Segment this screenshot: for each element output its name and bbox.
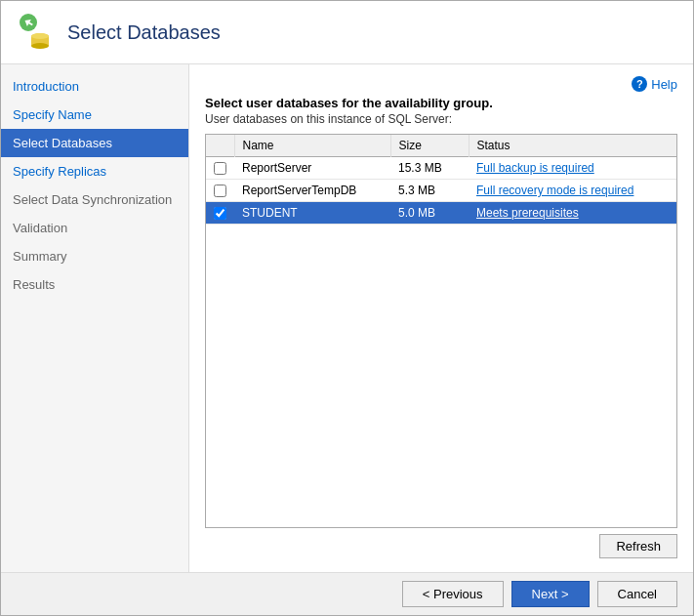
- db-status-1[interactable]: Full recovery mode is required: [469, 180, 676, 202]
- db-status-link-0[interactable]: Full backup is required: [476, 161, 594, 175]
- db-size-0: 15.3 MB: [390, 157, 469, 180]
- next-button[interactable]: Next >: [511, 581, 590, 607]
- main-header: ? Help: [189, 64, 693, 96]
- section-title: Select user databases for the availabili…: [189, 96, 693, 110]
- db-checkbox-1[interactable]: [214, 185, 226, 197]
- help-icon: ?: [632, 76, 647, 92]
- svg-point-3: [31, 43, 49, 49]
- table-row[interactable]: ReportServer15.3 MBFull backup is requir…: [206, 157, 676, 180]
- db-name-2: STUDENT: [234, 202, 390, 225]
- sidebar-item-specify-name[interactable]: Specify Name: [1, 101, 188, 129]
- refresh-button[interactable]: Refresh: [599, 534, 677, 558]
- db-status-2[interactable]: Meets prerequisites: [469, 202, 676, 225]
- wizard-header-icon: [17, 13, 56, 52]
- footer: < Previous Next > Cancel: [1, 572, 693, 615]
- db-status-link-2[interactable]: Meets prerequisites: [476, 206, 579, 220]
- table-header-row: Name Size Status: [206, 135, 676, 157]
- database-table-container: Name Size Status ReportServer15.3 MBFull…: [205, 134, 677, 528]
- cancel-button[interactable]: Cancel: [597, 581, 677, 607]
- col-check: [206, 135, 234, 157]
- col-size: Size: [390, 135, 469, 157]
- database-table: Name Size Status ReportServer15.3 MBFull…: [206, 135, 676, 225]
- table-row[interactable]: ReportServerTempDB5.3 MBFull recovery mo…: [206, 180, 676, 202]
- sidebar: IntroductionSpecify NameSelect Databases…: [1, 64, 189, 572]
- previous-button[interactable]: < Previous: [402, 581, 504, 607]
- db-status-link-1[interactable]: Full recovery mode is required: [476, 184, 633, 197]
- col-name: Name: [234, 135, 390, 157]
- refresh-row: Refresh: [189, 528, 693, 564]
- db-size-2: 5.0 MB: [390, 202, 469, 225]
- content-area: IntroductionSpecify NameSelect Databases…: [1, 64, 693, 572]
- section-subtitle: User databases on this instance of SQL S…: [189, 112, 693, 126]
- db-status-0[interactable]: Full backup is required: [469, 157, 676, 180]
- db-name-0: ReportServer: [234, 157, 390, 180]
- wizard-window: Select Databases IntroductionSpecify Nam…: [0, 0, 694, 616]
- help-link[interactable]: ? Help: [632, 76, 677, 92]
- main-panel: ? Help Select user databases for the ava…: [189, 64, 693, 572]
- sidebar-item-select-databases[interactable]: Select Databases: [1, 129, 188, 157]
- sidebar-item-introduction[interactable]: Introduction: [1, 72, 188, 101]
- db-size-1: 5.3 MB: [390, 180, 469, 202]
- sidebar-item-select-data-sync: Select Data Synchronization: [1, 185, 188, 214]
- sidebar-item-summary: Summary: [1, 242, 188, 270]
- sidebar-item-specify-replicas[interactable]: Specify Replicas: [1, 157, 188, 185]
- db-checkbox-0[interactable]: [214, 162, 226, 175]
- table-wrapper: Name Size Status ReportServer15.3 MBFull…: [189, 134, 693, 572]
- sidebar-item-validation: Validation: [1, 214, 188, 242]
- svg-point-4: [31, 33, 49, 39]
- sidebar-item-results: Results: [1, 270, 188, 299]
- page-title: Select Databases: [67, 21, 221, 44]
- db-name-1: ReportServerTempDB: [234, 180, 390, 202]
- table-row[interactable]: STUDENT5.0 MBMeets prerequisites: [206, 202, 676, 225]
- col-status: Status: [469, 135, 676, 157]
- db-checkbox-2[interactable]: [214, 207, 226, 220]
- wizard-header: Select Databases: [1, 1, 693, 64]
